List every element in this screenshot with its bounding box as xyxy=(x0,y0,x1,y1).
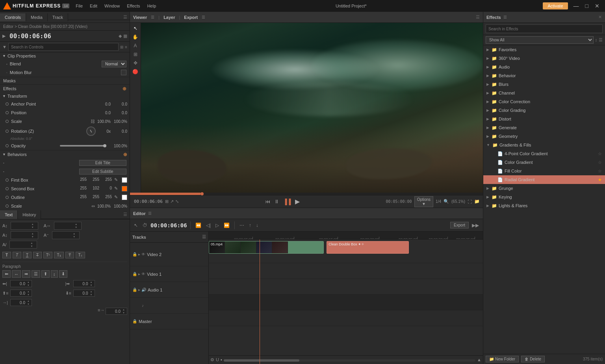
timeline-scrollbar[interactable] xyxy=(224,359,475,362)
menu-effects[interactable]: Effects xyxy=(124,3,143,9)
rotation-keyframe[interactable] xyxy=(6,130,9,133)
skew-up[interactable]: ▲ xyxy=(30,241,33,245)
effect-item-blurs[interactable]: ▶ 📁 Blurs xyxy=(483,80,605,89)
superscript-button[interactable]: T¹ xyxy=(43,252,52,258)
effect-item-behavior[interactable]: ▶ 📁 Behavior xyxy=(483,71,605,80)
clip-properties-section[interactable]: ▼ Clip Properties xyxy=(0,52,130,59)
minimize-button[interactable]: — xyxy=(571,3,581,9)
tabs-spinbox[interactable]: ▲▼ xyxy=(10,299,32,306)
skip-to-start[interactable]: ⏮ xyxy=(264,198,271,205)
smallcaps-button[interactable]: Tₛ xyxy=(76,252,85,258)
maximize-button[interactable]: □ xyxy=(583,3,591,9)
track-eye-icon-v2[interactable]: 👁 xyxy=(141,252,145,256)
position-keyframe[interactable] xyxy=(6,111,9,114)
first-box-swatch[interactable] xyxy=(122,177,127,183)
italic-button[interactable]: T xyxy=(13,252,21,258)
leading-spinbox[interactable]: 100.0% ▲▼ xyxy=(11,231,38,239)
metronome-icon[interactable]: ♪ xyxy=(142,303,144,308)
first-line-indent-input[interactable] xyxy=(106,309,122,314)
effect-item-radialgradient[interactable]: 📄 Radial Gradient ★ xyxy=(483,175,605,184)
track-expand-icon-v1[interactable]: ▸ xyxy=(138,272,140,276)
tracking-spinbox[interactable]: 0% ▲▼ xyxy=(54,222,82,230)
filter-icon[interactable]: ▼ xyxy=(2,45,7,49)
menu-window[interactable]: Window xyxy=(101,3,123,9)
second-box-keyframe[interactable] xyxy=(6,187,9,190)
behaviors-scale-keyframe[interactable] xyxy=(6,204,9,208)
effect-item-fillcolor[interactable]: 📄 Fill Color ☆ xyxy=(483,167,605,175)
effects-panel-close[interactable]: ✕ xyxy=(598,15,602,20)
tab-history[interactable]: History xyxy=(18,210,41,219)
first-box-keyframe[interactable] xyxy=(6,178,9,182)
leading-down[interactable]: ▼ xyxy=(31,235,35,238)
magnet-icon[interactable]: U xyxy=(216,357,219,362)
tab-viewer[interactable]: Viewer xyxy=(133,15,147,20)
track-eye-icon-v1[interactable]: 👁 xyxy=(141,272,145,276)
align-justify[interactable]: ☰ xyxy=(32,270,40,278)
indent-left-spinbox[interactable]: ▲▼ xyxy=(10,280,32,287)
tab-layer[interactable]: Layer xyxy=(163,15,175,20)
text-tool[interactable]: A xyxy=(131,42,140,50)
caps-button[interactable]: T̂ xyxy=(65,252,74,258)
track-expand-icon-a1[interactable]: ▸ xyxy=(138,288,140,292)
baseline-up[interactable]: ▲ xyxy=(72,232,76,235)
edit-subtitle-button[interactable]: Edit Subtitle xyxy=(79,169,126,175)
effect-item-keying[interactable]: ▶ 📁 Keying xyxy=(483,193,605,201)
effect-item-grunge[interactable]: ▶ 📁 Grunge xyxy=(483,184,605,193)
4point-star[interactable]: ☆ xyxy=(598,151,602,156)
tab-text[interactable]: Text xyxy=(0,210,18,219)
effect-item-color-grading[interactable]: ▶ 📁 Color Grading xyxy=(483,106,605,115)
play-icon[interactable]: ▶ xyxy=(2,33,6,39)
track-audio-icon-a1[interactable]: 🔊 xyxy=(141,288,146,292)
clip-clean-double-box[interactable]: Clean Double Box ✦✧ xyxy=(327,241,409,254)
align-middle[interactable]: ↕ xyxy=(51,270,58,278)
detail-view-icon[interactable]: ≡ xyxy=(125,45,127,49)
et-clock-icon[interactable]: ⏱ xyxy=(141,222,149,229)
scale-keyframe[interactable] xyxy=(6,120,9,123)
track-lock-icon-a1[interactable]: 🔒 xyxy=(132,288,137,292)
effect-item-favorites[interactable]: ▶ 📁 Favorites xyxy=(483,45,605,54)
effect-item-gradients[interactable]: ▼ 📁 Gradients & Fills xyxy=(483,141,605,149)
edit-title-button[interactable]: Edit Title xyxy=(79,160,126,166)
behaviors-header[interactable]: ▼ Behaviors ⊕ xyxy=(0,150,130,158)
effect-item-4point[interactable]: 📄 4-Point Color Gradient ☆ xyxy=(483,149,605,158)
text-size-input[interactable]: 100.0% xyxy=(11,224,31,228)
et-rewind-icon[interactable]: ⏪ xyxy=(194,222,203,229)
space-before-input[interactable] xyxy=(11,291,26,295)
effect-item-channel[interactable]: ▶ 📁 Channel xyxy=(483,89,605,97)
effects-filter-select[interactable]: Show All xyxy=(486,36,594,44)
track-lock-icon-master[interactable]: 🔒 xyxy=(132,319,137,323)
effect-item-color-correction[interactable]: ▶ 📁 Color Correction xyxy=(483,97,605,106)
tracking-input[interactable]: 0% xyxy=(54,224,74,228)
transform-tool[interactable]: ✥ xyxy=(131,59,140,67)
opacity-slider[interactable] xyxy=(60,145,106,147)
et-cursor-icon[interactable]: ↖ xyxy=(132,222,139,229)
clip-05mp4[interactable]: 05.mp4 xyxy=(209,241,324,254)
tracking-down[interactable]: ▼ xyxy=(74,226,78,229)
effect-item-360video[interactable]: ▶ 📁 360° Video xyxy=(483,54,605,63)
delete-button[interactable]: 🗑 Delete xyxy=(521,356,545,362)
align-center[interactable]: ↔ xyxy=(12,270,21,278)
search-input[interactable] xyxy=(8,43,119,51)
spinbox-up[interactable]: ▲ xyxy=(31,223,35,226)
options-icon[interactable]: ☰ xyxy=(599,37,603,43)
text-size-spinbox[interactable]: 100.0% ▲▼ xyxy=(11,222,38,230)
space-before-spinbox[interactable]: ▲▼ xyxy=(10,290,32,297)
effect-item-lights[interactable]: ▶ 📁 Lights & Flares xyxy=(483,201,605,210)
menu-file[interactable]: File xyxy=(72,3,86,9)
grid-icon[interactable]: ▦ xyxy=(123,33,127,39)
et-forward-end-icon[interactable]: ⏩ xyxy=(222,222,231,229)
tabs-input[interactable] xyxy=(11,301,26,305)
track-expand-icon-v2[interactable]: ▸ xyxy=(138,252,140,256)
viewer-icon-2[interactable]: ↗ xyxy=(170,199,174,204)
menu-help[interactable]: Help xyxy=(144,3,160,9)
text-panel-menu[interactable]: ☰ xyxy=(123,212,127,217)
tab-track[interactable]: Track xyxy=(48,13,68,21)
snap-tool[interactable]: 🔴 xyxy=(131,68,140,76)
viewer-progress-bar[interactable] xyxy=(130,193,483,195)
align-bottom[interactable]: ⬇ xyxy=(59,270,67,278)
baseline-spinbox[interactable]: 100.0% ▲▼ xyxy=(52,231,80,239)
first-line-indent-spinbox[interactable]: ▲▼ xyxy=(106,308,127,315)
step-forward[interactable]: ▐▐ xyxy=(282,198,292,206)
menu-edit[interactable]: Edit xyxy=(87,3,100,9)
baseline-down[interactable]: ▼ xyxy=(72,235,76,238)
